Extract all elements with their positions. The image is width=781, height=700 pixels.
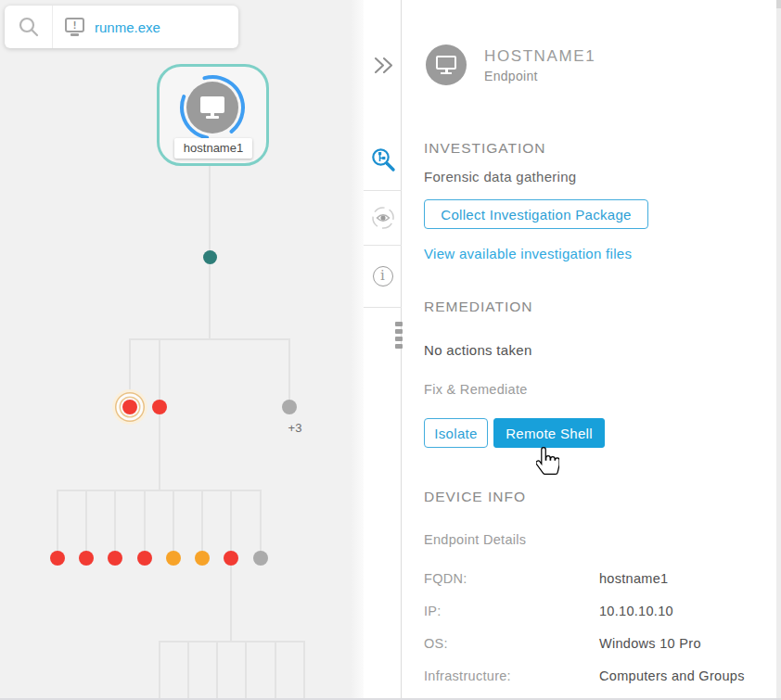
alert-process-base — [70, 33, 79, 36]
fix-remediate-subheading: Fix & Remediate — [424, 382, 528, 397]
monitor-base — [206, 116, 219, 119]
device-info-label: IP: — [424, 604, 442, 618]
eye-icon — [370, 205, 396, 231]
edge-line — [260, 490, 262, 552]
isolate-button[interactable]: Isolate — [424, 418, 488, 448]
double-chevron-right-icon — [372, 57, 394, 74]
device-info-label: FQDN: — [424, 571, 467, 586]
graph-node-dot[interactable] — [166, 551, 181, 566]
device-info-row: IP: 10.10.10.10 — [424, 604, 758, 618]
search-button[interactable] — [5, 6, 53, 48]
edge-line — [144, 490, 146, 552]
search-chip-label: runme.exe — [95, 19, 160, 35]
graph-search-bar[interactable]: ! runme.exe — [5, 6, 238, 48]
edge-line — [230, 566, 232, 642]
graph-node-dot[interactable] — [137, 551, 152, 566]
tab-visibility[interactable] — [364, 205, 402, 231]
edge-line — [159, 338, 160, 490]
strip-separator — [364, 245, 402, 246]
overflow-badge: +3 — [275, 421, 315, 435]
graph-node-dot[interactable] — [195, 551, 210, 566]
monitor-icon — [436, 56, 456, 70]
search-result-chip[interactable]: ! runme.exe — [53, 6, 238, 48]
edge-line — [245, 641, 247, 700]
edge-line — [114, 490, 116, 552]
collapse-panel-button[interactable] — [364, 57, 402, 74]
graph-node-dot[interactable] — [79, 551, 94, 566]
edge-line — [159, 641, 160, 700]
alert-process-icon: ! — [65, 18, 84, 36]
edge-line — [57, 490, 58, 552]
edge-line — [159, 641, 305, 643]
remote-shell-button[interactable]: Remote Shell — [493, 418, 605, 448]
device-info-label: OS: — [424, 636, 448, 651]
device-info-label: Infrastructure: — [424, 668, 511, 683]
collect-investigation-package-button[interactable]: Collect Investigation Package — [424, 199, 648, 229]
monitor-icon — [200, 96, 224, 113]
search-icon — [18, 16, 40, 38]
graph-node-dot[interactable] — [282, 400, 297, 414]
edge-line — [303, 641, 305, 700]
alert-process-box: ! — [65, 18, 84, 32]
endpoint-details-subheading: Endpoint Details — [424, 532, 526, 547]
info-icon: i — [373, 266, 393, 286]
panel-resize-handle[interactable] — [395, 322, 403, 351]
device-info-value: hostname1 — [599, 571, 668, 586]
edge-line — [288, 338, 290, 400]
edge-line — [230, 490, 232, 552]
graph-node-dot[interactable] — [253, 551, 268, 566]
graph-node-dot[interactable] — [203, 250, 217, 264]
edge-line — [85, 490, 87, 552]
edge-line — [130, 338, 290, 340]
incident-graph-area[interactable]: hostname1 +3 ! runme.exe — [0, 0, 364, 700]
investigation-heading: INVESTIGATION — [424, 140, 546, 157]
edge-line — [201, 490, 203, 552]
device-info-value: Computers and Groups — [599, 668, 745, 683]
endpoint-avatar — [426, 45, 467, 85]
graph-node-dot[interactable] — [108, 551, 122, 566]
hand-cursor-icon — [536, 447, 559, 475]
graph-node-dot[interactable] — [50, 551, 65, 566]
monitor-base — [441, 72, 452, 75]
device-info-value: Windows 10 Pro — [599, 636, 701, 651]
edge-line — [129, 338, 131, 392]
graph-node-dot[interactable] — [152, 400, 167, 414]
scrollbar-thumb[interactable] — [776, 0, 781, 8]
endpoint-details-panel: HOSTNAME1 Endpoint INVESTIGATION Forensi… — [403, 0, 781, 700]
strip-separator — [364, 307, 402, 308]
device-info-heading: DEVICE INFO — [424, 489, 526, 505]
device-info-row: FQDN: hostname1 — [424, 571, 758, 586]
graph-node-dot[interactable] — [224, 551, 238, 566]
forensic-subheading: Forensic data gathering — [424, 169, 577, 185]
panel-scrollbar[interactable] — [776, 0, 781, 700]
view-investigation-files-link[interactable]: View available investigation files — [424, 246, 632, 261]
edge-line — [187, 641, 189, 700]
strip-separator — [364, 190, 402, 191]
root-node-hostname1[interactable]: hostname1 — [157, 64, 269, 166]
edge-line — [275, 641, 276, 700]
endpoint-node-icon — [186, 82, 238, 134]
device-info-value: 10.10.10.10 — [599, 604, 673, 618]
device-info-row: OS: Windows 10 Pro — [424, 636, 758, 651]
panel-subtitle: Endpoint — [484, 69, 538, 83]
panel-title: HOSTNAME1 — [484, 47, 595, 66]
graph-fade — [351, 0, 364, 700]
tab-info[interactable]: i — [364, 266, 402, 286]
remediation-status: No actions taken — [424, 342, 532, 358]
device-info-row: Infrastructure: Computers and Groups — [424, 668, 758, 683]
tab-investigation[interactable] — [364, 146, 402, 172]
node-label: hostname1 — [174, 138, 252, 159]
graph-node-dot[interactable] — [122, 400, 137, 414]
edge-line — [216, 641, 218, 700]
remediation-heading: REMEDIATION — [424, 299, 533, 315]
edge-line — [173, 490, 174, 552]
investigation-search-icon — [370, 146, 396, 172]
